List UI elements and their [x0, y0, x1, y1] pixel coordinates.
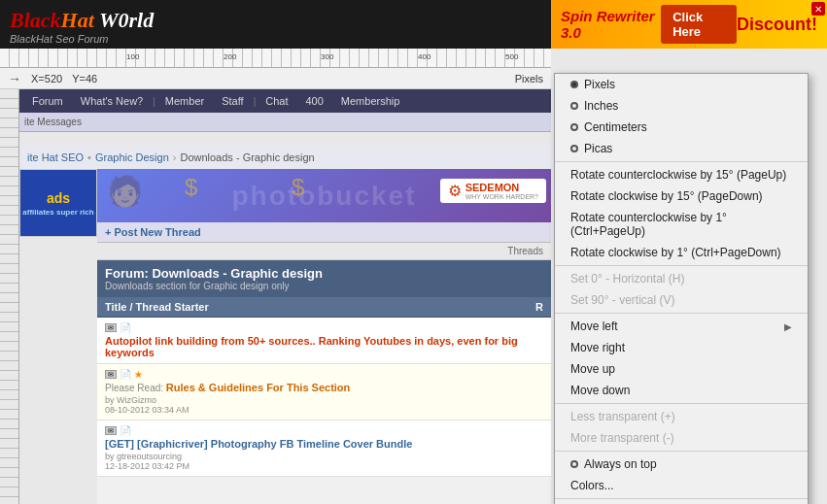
menu-item-colors[interactable]: Colors...: [555, 475, 808, 496]
menu-item-centimeters[interactable]: Centimeters: [555, 117, 808, 138]
menu-item-rotate-ccw-15[interactable]: Rotate counterclockwise by 15° (PageUp): [555, 164, 808, 185]
menu-label-less-transparent: Less transparent (+): [570, 410, 675, 423]
menu-label-inches: Inches: [584, 99, 618, 113]
menu-label-rotate-ccw-1: Rotate counterclockwise by 1° (Ctrl+Page…: [570, 211, 792, 238]
table-row: ✉ 📄 Autopilot link building from 50+ sou…: [97, 318, 551, 364]
forum-description: Downloads section for Graphic design onl…: [105, 281, 543, 291]
table-row: ✉ 📄 ★ Please Read: Rules & Guidelines Fo…: [97, 364, 551, 420]
message-text: ite Messages: [24, 117, 82, 127]
right-banner-ad-text: Spin Rewriter 3.0: [561, 8, 661, 41]
nav-item-chat[interactable]: Chat: [258, 93, 295, 109]
table-row: ✉ 📄 [GET] [Graphicriver] Photography FB …: [97, 420, 551, 477]
separator-4: [555, 403, 808, 404]
menu-label-move-left: Move left: [570, 319, 618, 333]
post-new-thread-link[interactable]: + Post New Thread: [105, 226, 201, 238]
menu-item-set-90: Set 90° - vertical (V): [555, 289, 808, 311]
y-coordinate: Y=46: [72, 73, 97, 84]
nav-item-member[interactable]: Member: [157, 93, 212, 109]
nav-item-400[interactable]: 400: [297, 93, 330, 109]
envelope-icon: ✉: [105, 323, 117, 332]
submenu-arrow-icon: ▶: [784, 321, 792, 332]
post-thread-bar: + Post New Thread: [97, 222, 551, 243]
menu-label-more-transparent: More transparent (-): [570, 431, 674, 445]
menu-label-rotate-ccw-15: Rotate counterclockwise by 15° (PageUp): [570, 168, 786, 182]
thread-link-3[interactable]: [GET] [Graphicriver] Photography FB Time…: [105, 438, 412, 450]
menu-item-set-0: Set 0° - Horizontal (H): [555, 268, 808, 289]
menu-label-move-up: Move up: [570, 362, 615, 376]
separator-5: [555, 451, 808, 452]
coords-arrow-icon: →: [8, 71, 21, 86]
col-header-title: Title / Thread Starter: [105, 301, 514, 313]
menu-label-centimeters: Centimeters: [584, 120, 647, 134]
menu-label-picas: Picas: [584, 142, 612, 155]
radio-always-on-top: [570, 460, 578, 468]
radio-picas: [570, 145, 578, 152]
doc-icon-3: 📄: [120, 425, 131, 436]
thread-meta-2: by WizGizmo08-10-2012 03:34 AM: [105, 395, 543, 415]
context-menu: Pixels Inches Centimeters Picas Rotate c…: [554, 73, 809, 504]
menu-item-move-right[interactable]: Move right: [555, 337, 808, 358]
menu-item-pixels[interactable]: Pixels: [555, 74, 808, 95]
menu-item-always-on-top[interactable]: Always on top: [555, 454, 808, 475]
menu-item-rotate-ccw-1[interactable]: Rotate counterclockwise by 1° (Ctrl+Page…: [555, 207, 808, 242]
menu-item-rotate-cw-15[interactable]: Rotate clockwise by 15° (PageDown): [555, 185, 808, 207]
right-banner: Spin Rewriter 3.0 Click Here Discount! ✕: [551, 0, 827, 49]
menu-item-picas[interactable]: Picas: [555, 138, 808, 159]
thread-link-1[interactable]: Autopilot link building from 50+ sources…: [105, 335, 518, 358]
menu-item-rotate-cw-1[interactable]: Rotate clockwise by 1° (Ctrl+PageDown): [555, 242, 808, 263]
person-icon: 🧑: [107, 174, 143, 208]
forum-table-header: Title / Thread Starter R: [97, 297, 551, 318]
menu-label-always-on-top: Always on top: [584, 457, 657, 471]
threads-count-bar: Threads: [97, 243, 551, 260]
top-banner-left: BlackHat W0rld BlackHat Seo Forum: [0, 0, 551, 49]
nav-item-membership[interactable]: Membership: [333, 93, 408, 109]
sedemon-logo: ⚙ SEDEMON WHY WORK HARDER?: [440, 179, 546, 203]
thread-link-2[interactable]: Rules & Guidelines For This Section: [166, 382, 350, 393]
menu-label-pixels: Pixels: [584, 78, 615, 91]
radio-pixels: [570, 81, 578, 88]
nav-item-staff[interactable]: Staff: [214, 93, 251, 109]
x-coordinate: X=520: [31, 73, 62, 84]
envelope-icon-2: ✉: [105, 370, 117, 379]
menu-label-set-0: Set 0° - Horizontal (H): [570, 272, 685, 286]
menu-label-rotate-cw-1: Rotate clockwise by 1° (Ctrl+PageDown): [570, 246, 781, 259]
menu-item-move-left[interactable]: Move left ▶: [555, 316, 808, 337]
menu-label-colors: Colors...: [570, 479, 614, 492]
separator-2: [555, 265, 808, 266]
unit-label: Pixels: [515, 73, 543, 84]
menu-label-move-down: Move down: [570, 384, 630, 397]
doc-icon-2: 📄: [120, 369, 131, 380]
menu-item-move-down[interactable]: Move down: [555, 380, 808, 401]
envelope-icon-3: ✉: [105, 426, 117, 435]
menu-item-more-transparent: More transparent (-): [555, 427, 808, 449]
menu-item-inches[interactable]: Inches: [555, 95, 808, 117]
ruler-top: 100 200 300 400 500: [0, 49, 551, 68]
ads-inner-content[interactable]: ads affiliates super rich: [20, 170, 96, 236]
forum-title: Forum: Downloads - Graphic design: [105, 266, 543, 281]
separator-1: [555, 161, 808, 162]
forum-main-area: photobucket 🧑 $ $ ⚙ SEDEMON WHY WORK HAR…: [97, 169, 551, 504]
ruler-left: [0, 89, 19, 504]
menu-item-less-transparent: Less transparent (+): [555, 406, 808, 427]
close-banner-button[interactable]: ✕: [811, 2, 825, 16]
row-icons-3: ✉ 📄: [105, 425, 543, 436]
dollar-icon-right: $: [292, 174, 304, 201]
ads-sidebar: ads affiliates super rich: [19, 169, 97, 237]
forum-title-block: Forum: Downloads - Graphic design Downlo…: [97, 260, 551, 297]
breadcrumb: ite Hat SEO • Graphic Design › Downloads…: [19, 146, 551, 169]
menu-label-rotate-cw-15: Rotate clockwise by 15° (PageDown): [570, 189, 763, 203]
forum-banner-bg-text: photobucket: [232, 181, 417, 212]
nav-item-whats-new[interactable]: What's New?: [73, 93, 151, 109]
thread-meta-3: by gtreeoutsourcing12-18-2012 03:42 PM: [105, 452, 543, 471]
breadcrumb-item-seo[interactable]: ite Hat SEO: [27, 151, 84, 163]
row-icons-2: ✉ 📄 ★: [105, 369, 543, 380]
radio-inches: [570, 102, 578, 110]
nav-item-forum[interactable]: Forum: [24, 93, 71, 109]
right-banner-click[interactable]: Click Here: [661, 5, 737, 44]
breadcrumb-current: Downloads - Graphic design: [180, 151, 314, 163]
right-banner-discount: Discount!: [737, 15, 817, 35]
threads-label: Threads: [507, 246, 543, 256]
menu-item-move-up[interactable]: Move up: [555, 358, 808, 380]
breadcrumb-item-graphic[interactable]: Graphic Design: [95, 151, 169, 163]
menu-label-move-right: Move right: [570, 341, 625, 354]
